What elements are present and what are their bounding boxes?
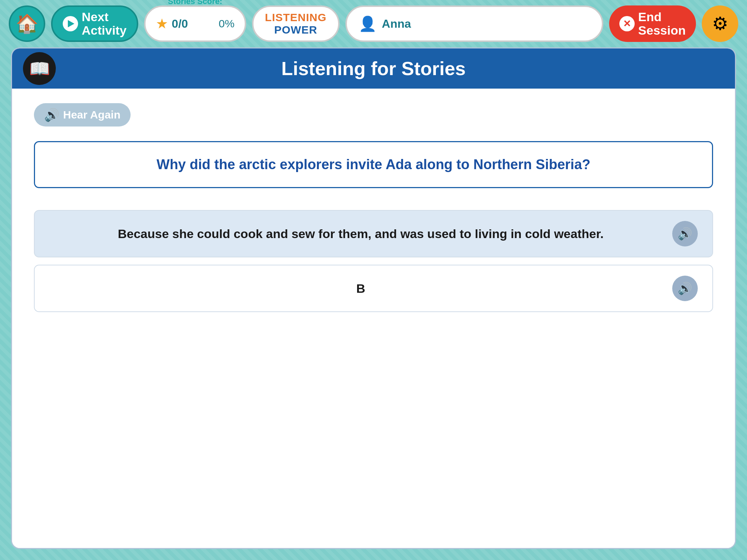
settings-button[interactable]: ⚙ xyxy=(702,5,738,42)
toolbar: 🏠 NextActivity Stories Score: ★ 0/0 0% L… xyxy=(0,0,747,47)
book-icon: 📖 xyxy=(29,59,50,78)
end-session-button[interactable]: ✕ EndSession xyxy=(609,5,696,42)
hear-again-button[interactable]: 🔊 Hear Again xyxy=(34,103,131,127)
brand-power: POWER xyxy=(274,24,317,36)
play-icon xyxy=(63,16,78,31)
settings-icon: ⚙ xyxy=(712,13,728,34)
answer-text-a: Because she could cook and sew for them,… xyxy=(49,227,672,241)
question-text: Why did the arctic explorers invite Ada … xyxy=(57,157,690,172)
next-activity-button[interactable]: NextActivity xyxy=(51,5,138,42)
volume-icon: 🔊 xyxy=(44,108,59,122)
volume-icon-a: 🔊 xyxy=(678,227,692,241)
next-activity-label: NextActivity xyxy=(82,10,127,38)
user-icon: 👤 xyxy=(359,15,377,32)
hear-again-label: Hear Again xyxy=(63,109,120,121)
answers-container: Because she could cook and sew for them,… xyxy=(34,210,713,312)
question-box: Why did the arctic explorers invite Ada … xyxy=(34,141,713,188)
home-button[interactable]: 🏠 xyxy=(9,5,45,42)
answer-option-a[interactable]: Because she could cook and sew for them,… xyxy=(34,210,713,257)
volume-icon-b: 🔊 xyxy=(678,281,692,295)
score-box: Stories Score: ★ 0/0 0% xyxy=(144,5,246,42)
answer-text-b: B xyxy=(49,281,672,296)
book-icon-circle: 📖 xyxy=(23,52,56,85)
brand-logo: LISTENING POWER xyxy=(252,5,340,42)
content-header: 📖 Listening for Stories xyxy=(12,48,735,89)
star-icon: ★ xyxy=(156,16,168,32)
score-value: 0/0 xyxy=(172,17,188,31)
main-content: 📖 Listening for Stories 🔊 Hear Again Why… xyxy=(11,47,736,549)
score-percent: 0% xyxy=(218,18,234,30)
end-session-label: EndSession xyxy=(638,10,686,38)
user-name: Anna xyxy=(382,17,411,31)
user-box: 👤 Anna xyxy=(345,5,603,42)
answer-a-volume-button[interactable]: 🔊 xyxy=(672,221,698,246)
brand-listening: LISTENING xyxy=(265,11,326,24)
page-title: Listening for Stories xyxy=(27,58,720,79)
home-icon: 🏠 xyxy=(16,13,38,34)
answer-b-volume-button[interactable]: 🔊 xyxy=(672,276,698,301)
answer-option-b[interactable]: B 🔊 xyxy=(34,265,713,312)
score-label-top: Stories Score: xyxy=(168,0,222,6)
x-icon: ✕ xyxy=(619,16,635,31)
content-body: 🔊 Hear Again Why did the arctic explorer… xyxy=(12,89,735,548)
